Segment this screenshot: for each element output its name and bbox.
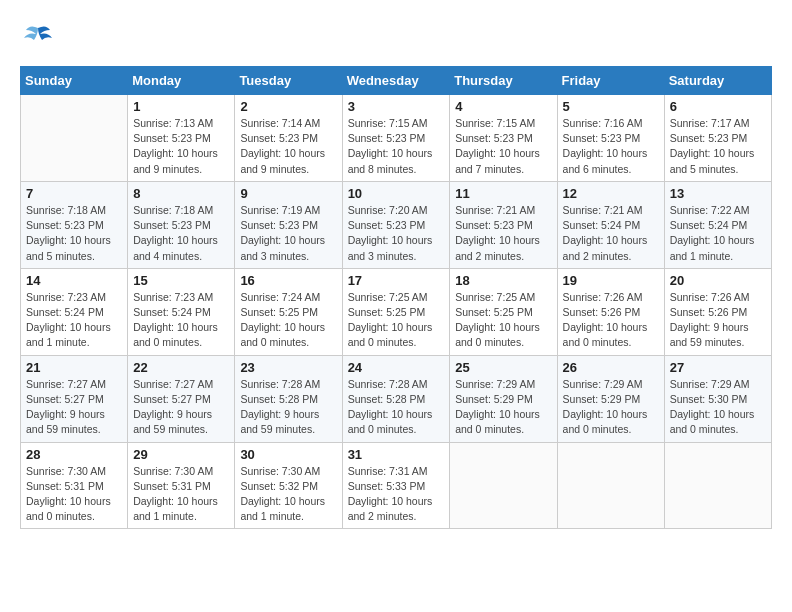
header-wednesday: Wednesday: [342, 67, 450, 95]
day-number: 1: [133, 99, 229, 114]
header-thursday: Thursday: [450, 67, 557, 95]
day-cell: [664, 442, 771, 529]
day-cell: 2Sunrise: 7:14 AM Sunset: 5:23 PM Daylig…: [235, 95, 342, 182]
day-number: 27: [670, 360, 766, 375]
day-info: Sunrise: 7:28 AM Sunset: 5:28 PM Dayligh…: [240, 377, 336, 438]
day-cell: 27Sunrise: 7:29 AM Sunset: 5:30 PM Dayli…: [664, 355, 771, 442]
day-cell: 5Sunrise: 7:16 AM Sunset: 5:23 PM Daylig…: [557, 95, 664, 182]
day-cell: [21, 95, 128, 182]
day-info: Sunrise: 7:18 AM Sunset: 5:23 PM Dayligh…: [26, 203, 122, 264]
day-cell: 3Sunrise: 7:15 AM Sunset: 5:23 PM Daylig…: [342, 95, 450, 182]
day-cell: 18Sunrise: 7:25 AM Sunset: 5:25 PM Dayli…: [450, 268, 557, 355]
day-info: Sunrise: 7:18 AM Sunset: 5:23 PM Dayligh…: [133, 203, 229, 264]
day-info: Sunrise: 7:13 AM Sunset: 5:23 PM Dayligh…: [133, 116, 229, 177]
day-header-row: SundayMondayTuesdayWednesdayThursdayFrid…: [21, 67, 772, 95]
day-cell: 13Sunrise: 7:22 AM Sunset: 5:24 PM Dayli…: [664, 181, 771, 268]
day-cell: 15Sunrise: 7:23 AM Sunset: 5:24 PM Dayli…: [128, 268, 235, 355]
day-cell: 21Sunrise: 7:27 AM Sunset: 5:27 PM Dayli…: [21, 355, 128, 442]
day-number: 3: [348, 99, 445, 114]
day-number: 31: [348, 447, 445, 462]
day-number: 11: [455, 186, 551, 201]
day-number: 13: [670, 186, 766, 201]
day-info: Sunrise: 7:30 AM Sunset: 5:31 PM Dayligh…: [26, 464, 122, 525]
day-cell: 12Sunrise: 7:21 AM Sunset: 5:24 PM Dayli…: [557, 181, 664, 268]
day-number: 14: [26, 273, 122, 288]
day-info: Sunrise: 7:25 AM Sunset: 5:25 PM Dayligh…: [455, 290, 551, 351]
day-cell: [450, 442, 557, 529]
day-cell: 26Sunrise: 7:29 AM Sunset: 5:29 PM Dayli…: [557, 355, 664, 442]
day-info: Sunrise: 7:22 AM Sunset: 5:24 PM Dayligh…: [670, 203, 766, 264]
day-cell: 30Sunrise: 7:30 AM Sunset: 5:32 PM Dayli…: [235, 442, 342, 529]
day-info: Sunrise: 7:27 AM Sunset: 5:27 PM Dayligh…: [133, 377, 229, 438]
day-cell: 14Sunrise: 7:23 AM Sunset: 5:24 PM Dayli…: [21, 268, 128, 355]
day-info: Sunrise: 7:29 AM Sunset: 5:29 PM Dayligh…: [455, 377, 551, 438]
logo-icon: [20, 20, 56, 56]
day-cell: 25Sunrise: 7:29 AM Sunset: 5:29 PM Dayli…: [450, 355, 557, 442]
week-row-5: 28Sunrise: 7:30 AM Sunset: 5:31 PM Dayli…: [21, 442, 772, 529]
day-number: 18: [455, 273, 551, 288]
day-cell: 4Sunrise: 7:15 AM Sunset: 5:23 PM Daylig…: [450, 95, 557, 182]
day-info: Sunrise: 7:26 AM Sunset: 5:26 PM Dayligh…: [670, 290, 766, 351]
day-number: 16: [240, 273, 336, 288]
day-info: Sunrise: 7:29 AM Sunset: 5:30 PM Dayligh…: [670, 377, 766, 438]
day-info: Sunrise: 7:14 AM Sunset: 5:23 PM Dayligh…: [240, 116, 336, 177]
day-cell: 29Sunrise: 7:30 AM Sunset: 5:31 PM Dayli…: [128, 442, 235, 529]
day-info: Sunrise: 7:16 AM Sunset: 5:23 PM Dayligh…: [563, 116, 659, 177]
day-info: Sunrise: 7:23 AM Sunset: 5:24 PM Dayligh…: [26, 290, 122, 351]
day-cell: 9Sunrise: 7:19 AM Sunset: 5:23 PM Daylig…: [235, 181, 342, 268]
day-number: 4: [455, 99, 551, 114]
day-info: Sunrise: 7:20 AM Sunset: 5:23 PM Dayligh…: [348, 203, 445, 264]
day-number: 24: [348, 360, 445, 375]
day-number: 5: [563, 99, 659, 114]
page-header: [20, 20, 772, 56]
day-cell: 17Sunrise: 7:25 AM Sunset: 5:25 PM Dayli…: [342, 268, 450, 355]
day-cell: 19Sunrise: 7:26 AM Sunset: 5:26 PM Dayli…: [557, 268, 664, 355]
day-cell: 22Sunrise: 7:27 AM Sunset: 5:27 PM Dayli…: [128, 355, 235, 442]
day-cell: 24Sunrise: 7:28 AM Sunset: 5:28 PM Dayli…: [342, 355, 450, 442]
day-cell: 28Sunrise: 7:30 AM Sunset: 5:31 PM Dayli…: [21, 442, 128, 529]
day-cell: 23Sunrise: 7:28 AM Sunset: 5:28 PM Dayli…: [235, 355, 342, 442]
day-info: Sunrise: 7:21 AM Sunset: 5:23 PM Dayligh…: [455, 203, 551, 264]
day-number: 29: [133, 447, 229, 462]
day-info: Sunrise: 7:27 AM Sunset: 5:27 PM Dayligh…: [26, 377, 122, 438]
day-info: Sunrise: 7:19 AM Sunset: 5:23 PM Dayligh…: [240, 203, 336, 264]
day-info: Sunrise: 7:29 AM Sunset: 5:29 PM Dayligh…: [563, 377, 659, 438]
day-info: Sunrise: 7:17 AM Sunset: 5:23 PM Dayligh…: [670, 116, 766, 177]
day-info: Sunrise: 7:15 AM Sunset: 5:23 PM Dayligh…: [348, 116, 445, 177]
header-saturday: Saturday: [664, 67, 771, 95]
header-friday: Friday: [557, 67, 664, 95]
day-number: 12: [563, 186, 659, 201]
day-number: 8: [133, 186, 229, 201]
day-info: Sunrise: 7:28 AM Sunset: 5:28 PM Dayligh…: [348, 377, 445, 438]
day-number: 9: [240, 186, 336, 201]
day-info: Sunrise: 7:26 AM Sunset: 5:26 PM Dayligh…: [563, 290, 659, 351]
day-cell: 16Sunrise: 7:24 AM Sunset: 5:25 PM Dayli…: [235, 268, 342, 355]
day-info: Sunrise: 7:30 AM Sunset: 5:31 PM Dayligh…: [133, 464, 229, 525]
day-number: 26: [563, 360, 659, 375]
day-info: Sunrise: 7:30 AM Sunset: 5:32 PM Dayligh…: [240, 464, 336, 525]
day-number: 15: [133, 273, 229, 288]
day-number: 6: [670, 99, 766, 114]
day-number: 25: [455, 360, 551, 375]
day-cell: 31Sunrise: 7:31 AM Sunset: 5:33 PM Dayli…: [342, 442, 450, 529]
header-tuesday: Tuesday: [235, 67, 342, 95]
day-number: 19: [563, 273, 659, 288]
day-number: 10: [348, 186, 445, 201]
day-info: Sunrise: 7:21 AM Sunset: 5:24 PM Dayligh…: [563, 203, 659, 264]
day-number: 17: [348, 273, 445, 288]
day-info: Sunrise: 7:24 AM Sunset: 5:25 PM Dayligh…: [240, 290, 336, 351]
day-number: 22: [133, 360, 229, 375]
day-info: Sunrise: 7:31 AM Sunset: 5:33 PM Dayligh…: [348, 464, 445, 525]
week-row-3: 14Sunrise: 7:23 AM Sunset: 5:24 PM Dayli…: [21, 268, 772, 355]
day-cell: 10Sunrise: 7:20 AM Sunset: 5:23 PM Dayli…: [342, 181, 450, 268]
week-row-2: 7Sunrise: 7:18 AM Sunset: 5:23 PM Daylig…: [21, 181, 772, 268]
day-number: 30: [240, 447, 336, 462]
day-cell: [557, 442, 664, 529]
day-cell: 8Sunrise: 7:18 AM Sunset: 5:23 PM Daylig…: [128, 181, 235, 268]
day-number: 28: [26, 447, 122, 462]
day-cell: 20Sunrise: 7:26 AM Sunset: 5:26 PM Dayli…: [664, 268, 771, 355]
day-cell: 6Sunrise: 7:17 AM Sunset: 5:23 PM Daylig…: [664, 95, 771, 182]
day-cell: 1Sunrise: 7:13 AM Sunset: 5:23 PM Daylig…: [128, 95, 235, 182]
header-sunday: Sunday: [21, 67, 128, 95]
day-number: 21: [26, 360, 122, 375]
